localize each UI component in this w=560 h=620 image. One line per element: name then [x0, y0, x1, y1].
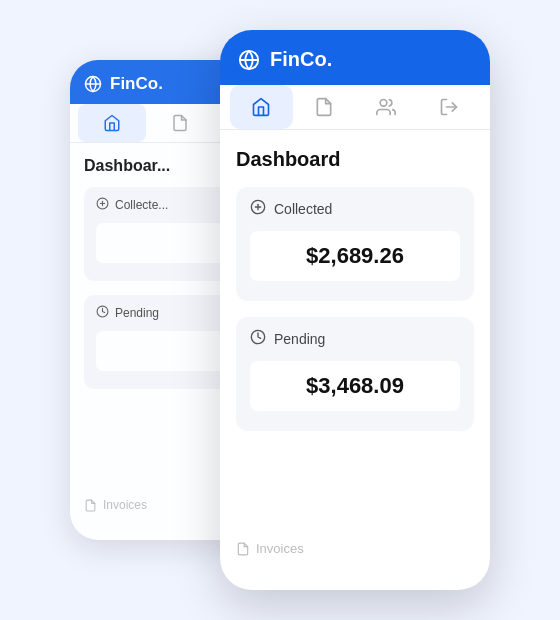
front-collected-label: Collected — [250, 199, 460, 219]
back-bottom-invoices: Invoices — [70, 488, 161, 522]
front-bottom-invoices: Invoices — [220, 527, 320, 570]
front-pending-value-area: $3,468.09 — [250, 361, 460, 411]
svg-point-9 — [380, 100, 387, 107]
front-pending-label: Pending — [250, 329, 460, 349]
front-nav-docs[interactable] — [293, 85, 356, 129]
front-page-title: Dashboard — [236, 148, 474, 171]
front-app-header: FinCo. — [220, 30, 490, 85]
back-dollar-icon — [96, 197, 109, 213]
back-globe-icon — [84, 75, 102, 93]
front-pending-card: Pending $3,468.09 — [236, 317, 474, 431]
front-pending-value: $3,468.09 — [306, 373, 404, 399]
front-collected-value: $2,689.26 — [306, 243, 404, 269]
back-clock-icon — [96, 305, 109, 321]
front-nav-logout[interactable] — [418, 85, 481, 129]
back-nav-home[interactable] — [78, 104, 146, 142]
front-globe-icon — [238, 49, 260, 71]
back-nav-docs[interactable] — [146, 104, 214, 142]
front-nav-users[interactable] — [355, 85, 418, 129]
front-collected-card: Collected $2,689.26 — [236, 187, 474, 301]
front-collected-value-area: $2,689.26 — [250, 231, 460, 281]
front-content: Dashboard Collected $2,689.26 — [220, 130, 490, 465]
back-app-name: FinCo. — [110, 74, 163, 94]
front-app-name: FinCo. — [270, 48, 332, 71]
front-clock-icon — [250, 329, 266, 349]
phones-scene: FinCo. — [70, 30, 490, 590]
phone-front: FinCo. — [220, 30, 490, 590]
front-nav-home[interactable] — [230, 85, 293, 129]
front-nav-bar — [220, 85, 490, 130]
front-dollar-icon — [250, 199, 266, 219]
